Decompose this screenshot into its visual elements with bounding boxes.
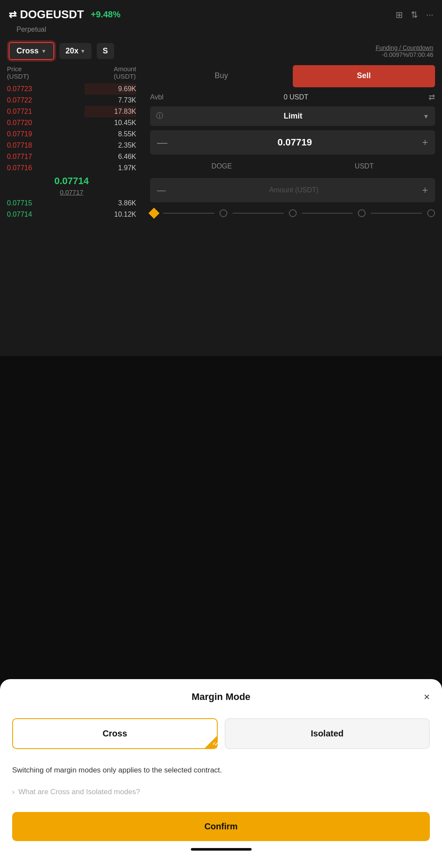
ob-amount: 2.35K xyxy=(118,142,136,149)
modal-title: Margin Mode xyxy=(192,691,251,703)
funding-value: -0.0097%/07:00:46 xyxy=(376,51,433,58)
percent-icon[interactable]: ⇅ xyxy=(411,10,418,20)
avbl-row: Avbl 0 USDT ⇄ xyxy=(150,92,435,102)
amount-input[interactable]: Amount (USDT) xyxy=(269,186,319,194)
trading-main: Price (USDT) Amount (USDT) 0.07723 9.69K… xyxy=(0,65,442,220)
amount-increase-button[interactable]: + xyxy=(422,184,428,196)
ob-amount: 10.12K xyxy=(114,211,136,218)
ob-price: 0.07723 xyxy=(7,85,32,93)
funding-info: Funding / Countdown -0.0097%/07:00:46 xyxy=(376,44,433,58)
buy-tab[interactable]: Buy xyxy=(150,65,293,87)
slider-track xyxy=(163,213,214,214)
ob-amount: 3.86K xyxy=(118,199,136,207)
ob-price: 0.07716 xyxy=(7,164,32,172)
side-label: S xyxy=(103,46,108,55)
price-row: — 0.07719 + xyxy=(150,130,435,155)
slider-point-50[interactable] xyxy=(289,209,297,217)
ob-price-header: Price (USDT) xyxy=(7,65,29,80)
amount-row: — Amount (USDT) + xyxy=(150,178,435,202)
margin-mode-label: Cross xyxy=(16,46,39,56)
ob-amount: 17.83K xyxy=(114,108,136,116)
slider-point-100[interactable] xyxy=(427,209,435,217)
amount-decrease-button[interactable]: — xyxy=(157,185,166,195)
close-button[interactable]: × xyxy=(424,691,430,703)
modal-header: Margin Mode × xyxy=(0,679,442,711)
margin-mode-arrow: ▼ xyxy=(41,48,46,54)
transfer-icon[interactable]: ⇄ xyxy=(429,92,435,102)
cross-mode-label: Cross xyxy=(102,729,127,738)
isolated-mode-label: Isolated xyxy=(311,729,344,738)
trading-screen: ⇄ DOGEUSDT +9.48% ⊞ ⇅ ··· Perpetual Cros… xyxy=(0,0,442,868)
pair-name: DOGEUSDT xyxy=(20,8,84,21)
help-link-text: What are Cross and Isolated modes? xyxy=(18,788,140,796)
modal-description: Switching of margin modes only applies t… xyxy=(0,756,442,785)
order-type-row[interactable]: ⓘ Limit ▼ xyxy=(150,106,435,126)
swap-icon: ⇄ xyxy=(9,9,16,20)
header-right: ⊞ ⇅ ··· xyxy=(396,10,433,20)
ob-price: 0.07718 xyxy=(7,142,32,149)
usdt-tab[interactable]: USDT xyxy=(346,159,383,174)
header: ⇄ DOGEUSDT +9.48% ⊞ ⇅ ··· xyxy=(0,0,442,26)
pair-change: +9.48% xyxy=(91,10,120,20)
order-type-arrow: ▼ xyxy=(423,113,429,120)
cross-mode-button[interactable]: Cross ✓ xyxy=(12,718,218,749)
sell-tab[interactable]: Sell xyxy=(293,65,435,87)
perpetual-label: Perpetual xyxy=(0,26,442,37)
ob-price: 0.07714 xyxy=(7,211,32,218)
ob-sell-row: 0.07723 9.69K xyxy=(7,83,136,95)
slider-track xyxy=(371,213,422,214)
ob-amount: 8.55K xyxy=(118,130,136,138)
mid-sub-price: 0.07717 xyxy=(7,188,136,198)
leverage-button[interactable]: 20x ▼ xyxy=(59,43,92,59)
controls-bar: Cross ▼ 20x ▼ S Funding / Countdown -0.0… xyxy=(0,37,442,65)
price-value[interactable]: 0.07719 xyxy=(278,137,312,148)
ob-price: 0.07717 xyxy=(7,153,32,161)
order-type-label: Limit xyxy=(284,112,302,121)
ob-price: 0.07719 xyxy=(7,130,32,138)
side-button[interactable]: S xyxy=(97,43,114,59)
avbl-value: 0 USDT xyxy=(284,93,308,101)
right-panel: Buy Sell Avbl 0 USDT ⇄ ⓘ Limit ▼ — 0.077… xyxy=(143,65,442,220)
ob-buy-row: 0.07715 3.86K xyxy=(7,198,136,209)
slider-point-25[interactable] xyxy=(219,209,227,217)
home-indicator xyxy=(191,848,252,851)
ob-sell-row: 0.07720 10.45K xyxy=(7,117,136,129)
ob-amount: 6.46K xyxy=(118,153,136,161)
price-increase-button[interactable]: + xyxy=(422,136,428,149)
ob-sell-row: 0.07721 17.83K xyxy=(7,106,136,117)
leverage-label: 20x xyxy=(65,46,79,56)
ob-amount: 7.73K xyxy=(118,96,136,104)
buy-sell-tabs: Buy Sell xyxy=(150,65,435,87)
header-left: ⇄ DOGEUSDT +9.48% xyxy=(9,8,121,21)
doge-tab[interactable]: DOGE xyxy=(203,159,241,174)
cross-mode-checkmark: ✓ xyxy=(205,736,217,748)
slider-track xyxy=(302,213,353,214)
ob-buy-row: 0.07714 10.12K xyxy=(7,209,136,220)
info-icon: ⓘ xyxy=(156,112,163,121)
ob-sell-row: 0.07722 7.73K xyxy=(7,95,136,106)
isolated-mode-button[interactable]: Isolated xyxy=(225,718,430,749)
ob-price: 0.07721 xyxy=(7,108,32,116)
mid-price: 0.07714 xyxy=(7,174,136,188)
price-decrease-button[interactable]: — xyxy=(157,136,167,149)
confirm-button[interactable]: Confirm xyxy=(12,812,430,841)
amount-slider[interactable] xyxy=(150,207,435,220)
chevron-right-icon: › xyxy=(12,788,15,796)
slider-handle[interactable] xyxy=(148,208,159,218)
slider-track xyxy=(232,213,284,214)
ob-headers: Price (USDT) Amount (USDT) xyxy=(7,65,136,80)
ob-price: 0.07715 xyxy=(7,199,32,207)
margin-mode-button[interactable]: Cross ▼ xyxy=(9,42,54,60)
slider-point-75[interactable] xyxy=(358,209,366,217)
help-link[interactable]: › What are Cross and Isolated modes? xyxy=(0,784,442,805)
avbl-label: Avbl xyxy=(150,93,164,101)
more-icon[interactable]: ··· xyxy=(426,10,433,20)
ob-amount: 10.45K xyxy=(114,119,136,127)
margin-mode-options: Cross ✓ Isolated xyxy=(0,711,442,756)
funding-label[interactable]: Funding / Countdown xyxy=(376,44,433,51)
ob-amount: 9.69K xyxy=(118,85,136,93)
ob-price: 0.07720 xyxy=(7,119,32,127)
ob-sell-row: 0.07717 6.46K xyxy=(7,151,136,162)
adjust-icon[interactable]: ⊞ xyxy=(396,10,403,20)
modal-overlay: Margin Mode × Cross ✓ Isolated Switching… xyxy=(0,356,442,868)
